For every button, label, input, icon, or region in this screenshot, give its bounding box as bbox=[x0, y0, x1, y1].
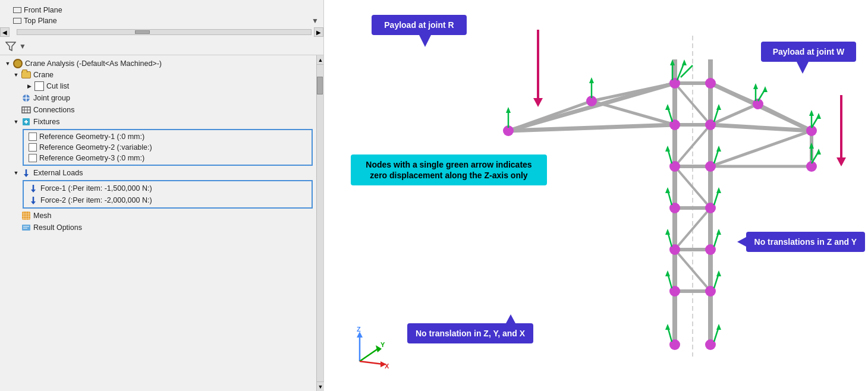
svg-line-35 bbox=[675, 83, 710, 125]
viewport-panel: Payload at joint R Payload at joint W No… bbox=[324, 0, 868, 391]
h-scroll-thumb[interactable] bbox=[135, 30, 150, 34]
svg-marker-115 bbox=[816, 149, 821, 154]
svg-line-128 bbox=[360, 361, 383, 364]
crane-analysis-icon bbox=[13, 59, 23, 68]
svg-marker-74 bbox=[506, 107, 511, 113]
crane-expand[interactable] bbox=[13, 72, 19, 78]
plane-icon2 bbox=[13, 18, 21, 24]
extloads-label: External Loads bbox=[33, 169, 83, 177]
v-scroll-up-btn[interactable]: ▲ bbox=[317, 55, 323, 65]
mesh-expand bbox=[13, 213, 19, 219]
svg-rect-24 bbox=[22, 225, 30, 231]
front-plane-item[interactable]: Front Plane bbox=[0, 5, 323, 15]
expand-placeholder2 bbox=[5, 18, 11, 24]
fixtures-label: Fixtures bbox=[33, 118, 59, 126]
svg-line-52 bbox=[710, 131, 812, 166]
resultopts-label: Result Options bbox=[33, 223, 82, 232]
payload-r-callout: Payload at joint R bbox=[372, 15, 467, 35]
refgeo1-icon bbox=[29, 133, 37, 141]
payload-w-text: Payload at joint W bbox=[773, 47, 845, 56]
filter-dropdown-arrow[interactable]: ▼ bbox=[19, 42, 26, 51]
svg-marker-99 bbox=[716, 229, 721, 235]
nodes-green-callout: Nodes with a single green arrow indicate… bbox=[351, 154, 547, 185]
filter-icon[interactable] bbox=[5, 40, 17, 52]
refgeo1-label: Reference Geometry-1 (:0 mm:) bbox=[39, 133, 144, 141]
scroll-left-btn[interactable]: ◀ bbox=[0, 27, 10, 37]
force1-icon bbox=[29, 184, 38, 193]
svg-marker-109 bbox=[809, 110, 814, 116]
crane-analysis-expand[interactable] bbox=[5, 61, 11, 67]
nodes-green-text: Nodes with a single green arrow indicate… bbox=[366, 160, 532, 180]
svg-line-47 bbox=[710, 83, 758, 104]
refgeo3-item[interactable]: Reference Geometry-3 (:0 mm:) bbox=[24, 153, 312, 163]
scroll-right-btn[interactable]: ▶ bbox=[314, 27, 323, 37]
svg-point-56 bbox=[669, 78, 680, 89]
axes-svg: Z Y X bbox=[342, 326, 389, 373]
svg-line-42 bbox=[592, 83, 675, 101]
plane-icon bbox=[13, 7, 21, 13]
joint-icon bbox=[21, 93, 31, 103]
force2-item[interactable]: Force-2 (:Per item: -2,000,000 N:) bbox=[24, 194, 312, 206]
expand-placeholder bbox=[5, 7, 11, 13]
v-scroll-down-btn[interactable]: ▼ bbox=[317, 381, 323, 391]
top-plane-item[interactable]: Top Plane ▼ bbox=[0, 15, 323, 26]
v-scroll-thumb[interactable] bbox=[317, 77, 323, 94]
left-panel: Front Plane Top Plane ▼ ◀ ▶ ▼ bbox=[0, 0, 324, 391]
svg-marker-95 bbox=[716, 146, 721, 152]
connections-expand bbox=[13, 107, 19, 113]
v-scrollbar[interactable]: ▲ ▼ bbox=[316, 55, 323, 391]
svg-marker-80 bbox=[682, 59, 687, 65]
svg-text:Z: Z bbox=[357, 326, 361, 333]
h-scrollbar[interactable]: ◀ ▶ bbox=[0, 26, 323, 38]
extloads-expand[interactable] bbox=[13, 170, 19, 176]
scroll-down-arrow[interactable]: ▼ bbox=[312, 17, 319, 25]
force2-label: Force-2 (:Per item: -2,000,000 N:) bbox=[40, 196, 152, 204]
tree: Crane Analysis (-Default<As Machined>-) … bbox=[0, 55, 316, 391]
h-scroll-track[interactable] bbox=[17, 29, 312, 35]
svg-text:X: X bbox=[385, 362, 389, 370]
svg-marker-12 bbox=[24, 174, 29, 177]
refgeo3-icon bbox=[29, 154, 37, 162]
force1-item[interactable]: Force-1 (:Per item: -1,500,000 N:) bbox=[24, 182, 312, 194]
mesh-item[interactable]: Mesh bbox=[0, 210, 316, 222]
svg-marker-119 bbox=[533, 98, 543, 107]
crane-icon bbox=[21, 71, 31, 78]
extloads-item[interactable]: External Loads bbox=[0, 167, 316, 179]
cutlist-label: Cut list bbox=[46, 82, 69, 90]
no-translation-zyx-callout: No translation in Z, Y, and X bbox=[407, 323, 533, 343]
force2-icon bbox=[29, 196, 38, 205]
svg-text:Y: Y bbox=[380, 341, 385, 348]
refgeo2-item[interactable]: Reference Geometry-2 (:variable:) bbox=[24, 142, 312, 153]
fixtures-icon bbox=[21, 117, 31, 127]
resultopts-item[interactable]: Result Options bbox=[0, 222, 316, 234]
no-translations-zy-text: No translations in Z and Y bbox=[754, 237, 857, 247]
front-plane-label: Front Plane bbox=[24, 6, 62, 14]
svg-marker-0 bbox=[6, 42, 15, 51]
filter-bar: ▼ bbox=[0, 38, 323, 55]
cutlist-item[interactable]: Cut list bbox=[0, 80, 316, 92]
svg-marker-85 bbox=[665, 146, 670, 152]
refgeo1-item[interactable]: Reference Geometry-1 (:0 mm:) bbox=[24, 131, 312, 142]
svg-marker-83 bbox=[665, 104, 670, 110]
svg-marker-107 bbox=[753, 83, 758, 89]
fixtures-expand[interactable] bbox=[13, 119, 19, 125]
cutlist-icon bbox=[34, 81, 44, 91]
crane-item[interactable]: Crane bbox=[0, 70, 316, 80]
fixtures-item[interactable]: Fixtures bbox=[0, 116, 316, 128]
svg-marker-91 bbox=[665, 270, 670, 276]
refgeo3-label: Reference Geometry-3 (:0 mm:) bbox=[39, 154, 144, 162]
svg-marker-93 bbox=[716, 104, 721, 110]
no-translations-zy-callout: No translations in Z and Y bbox=[746, 232, 865, 252]
crane-label: Crane bbox=[33, 71, 54, 79]
joint-expand bbox=[13, 95, 19, 101]
crane-analysis-item[interactable]: Crane Analysis (-Default<As Machined>-) bbox=[0, 58, 316, 70]
joint-group-label: Joint group bbox=[33, 94, 70, 102]
extloads-icon bbox=[21, 168, 31, 178]
svg-marker-111 bbox=[763, 86, 768, 92]
joint-group-item[interactable]: Joint group bbox=[0, 92, 316, 104]
svg-marker-113 bbox=[816, 113, 821, 119]
svg-line-125 bbox=[360, 348, 379, 361]
cutlist-expand[interactable] bbox=[26, 83, 32, 89]
filter-input[interactable] bbox=[29, 40, 319, 52]
connections-item[interactable]: Connections bbox=[0, 104, 316, 116]
